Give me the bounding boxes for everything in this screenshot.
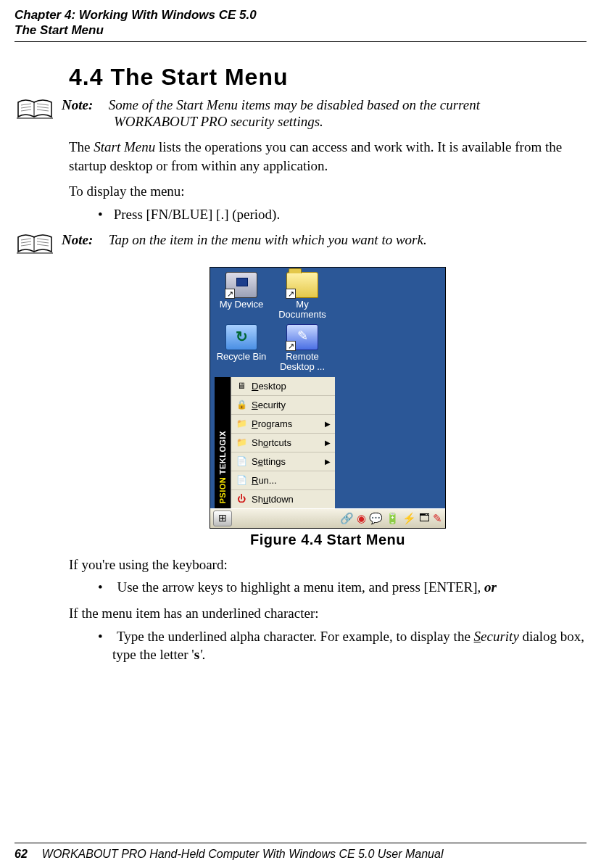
brand-text: PSION TEKLOGIX [218,431,227,504]
menu-item-shortcuts[interactable]: Shortcuts ▶ [231,434,335,452]
tray-pen-icon[interactable]: ✎ [433,512,442,525]
menu-item-settings[interactable]: Settings ▶ [231,452,335,471]
shutdown-icon [236,494,247,504]
main-content: 4.4 The Start Menu Note: Some of the Sta… [69,64,587,664]
start-menu: PSION TEKLOGIX Desktop Security [215,377,335,508]
bullet-2: Use the arrow keys to highlight a menu i… [69,578,587,597]
menu-item-desktop[interactable]: Desktop [231,377,335,396]
figure-caption: Figure 4.4 Start Menu [69,532,587,548]
page: Chapter 4: Working With Windows CE 5.0 T… [0,0,601,868]
body-paragraph-2: To display the menu: [69,182,587,201]
chevron-right-icon: ▶ [325,439,331,447]
remote-desktop-icon[interactable]: ↗ Remote Desktop ... [275,324,329,373]
desktop-area: ↗ My Device ↗ My Documents Recycle Bin [210,268,445,508]
chapter-line: Chapter 4: Working With Windows CE 5.0 [14,7,587,22]
note-1-text-l2: WORKABOUT PRO security settings. [114,114,323,129]
chevron-right-icon: ▶ [325,420,331,428]
folder-icon [236,418,247,429]
recycle-bin-label: Recycle Bin [215,352,268,362]
taskbar: ⊞ 🔗 ◉ 💬 🔋 ⚡ 🗔 ✎ [210,508,445,528]
system-tray: 🔗 ◉ 💬 🔋 ⚡ 🗔 ✎ [340,512,442,525]
start-menu-list: Desktop Security Programs ▶ [231,377,335,508]
settings-icon [236,456,247,466]
note-1-text-l1: Some of the Start Menu items may be disa… [109,97,480,112]
note-1: Note: Some of the Start Menu items may b… [14,96,587,131]
my-device-icon[interactable]: ↗ My Device [215,272,268,321]
remote-label-l1: Remote [275,352,329,362]
body-paragraph-3: If you're using the keyboard: [69,555,587,574]
note-2-body: Note: Tap on the item in the menu with w… [62,231,587,249]
tray-chat-icon[interactable]: 💬 [369,512,383,525]
remote-label-l2: Desktop ... [275,362,329,372]
body-paragraph-1: The Start Menu lists the operations you … [69,138,587,175]
book-icon [14,98,54,121]
bullet-list-3: Type the underlined alpha character. For… [69,627,587,664]
note-2-label: Note: [62,231,105,249]
page-footer: 62 WORKABOUT PRO Hand-Held Computer With… [14,843,587,861]
tray-battery-icon[interactable]: 🔋 [386,512,399,525]
bullet-3: Type the underlined alpha character. For… [69,627,587,664]
chevron-right-icon: ▶ [325,458,331,466]
section-line: The Start Menu [14,22,587,38]
desktop-icon [236,381,247,391]
note-1-label: Note: [62,96,105,114]
footer-title: WORKABOUT PRO Hand-Held Computer With Wi… [42,848,444,861]
tray-card-icon[interactable]: 🗔 [419,512,430,524]
note-1-body: Note: Some of the Start Menu items may b… [62,96,587,131]
figure-wrap: ↗ My Device ↗ My Documents Recycle Bin [69,267,587,548]
menu-item-security[interactable]: Security [231,396,335,415]
bullet-list-2: Use the arrow keys to highlight a menu i… [69,578,587,597]
run-icon [236,475,247,485]
folder-icon [236,437,247,447]
my-device-label: My Device [215,299,268,310]
start-menu-side: PSION TEKLOGIX [215,377,231,508]
page-header: Chapter 4: Working With Windows CE 5.0 T… [14,7,587,42]
section-heading: 4.4 The Start Menu [69,64,587,91]
note-2: Note: Tap on the item in the menu with w… [14,231,587,256]
tray-signal-icon[interactable]: ⚡ [402,512,416,525]
tray-network-icon[interactable]: 🔗 [340,512,354,525]
my-documents-icon[interactable]: ↗ My Documents [275,272,329,321]
recycle-bin-icon[interactable]: Recycle Bin [215,324,268,373]
lock-icon [236,400,247,410]
menu-item-shutdown[interactable]: Shutdown [231,490,335,508]
bullet-1: Press [FN/BLUE] [.] (period). [69,205,587,224]
screenshot: ↗ My Device ↗ My Documents Recycle Bin [210,267,446,529]
start-button[interactable]: ⊞ [213,511,232,526]
bullet-list-1: Press [FN/BLUE] [.] (period). [69,205,587,224]
note-2-text: Tap on the item in the menu with which y… [109,232,427,247]
my-documents-label-l1: My [275,299,329,310]
my-documents-label-l2: Documents [275,310,329,320]
body-paragraph-4: If the menu item has an underlined chara… [69,604,587,623]
menu-item-run[interactable]: Run... [231,471,335,490]
tray-alert-icon[interactable]: ◉ [357,512,366,525]
menu-item-programs[interactable]: Programs ▶ [231,415,335,434]
page-number: 62 [14,848,28,861]
book-icon [14,233,54,256]
